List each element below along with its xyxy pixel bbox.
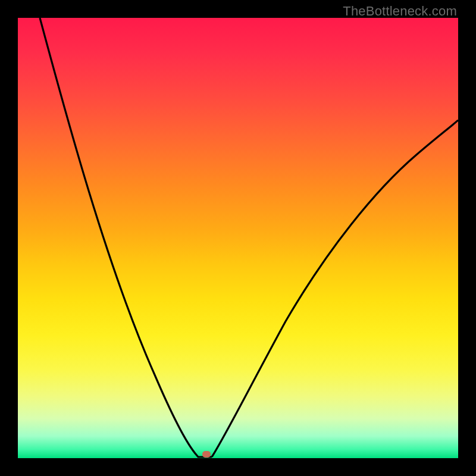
optimum-marker <box>202 451 211 458</box>
chart-frame: TheBottleneck.com <box>0 0 476 476</box>
bottleneck-curve <box>18 18 458 458</box>
curve-right <box>212 120 458 457</box>
watermark-text: TheBottleneck.com <box>343 4 457 19</box>
curve-left <box>40 18 212 457</box>
